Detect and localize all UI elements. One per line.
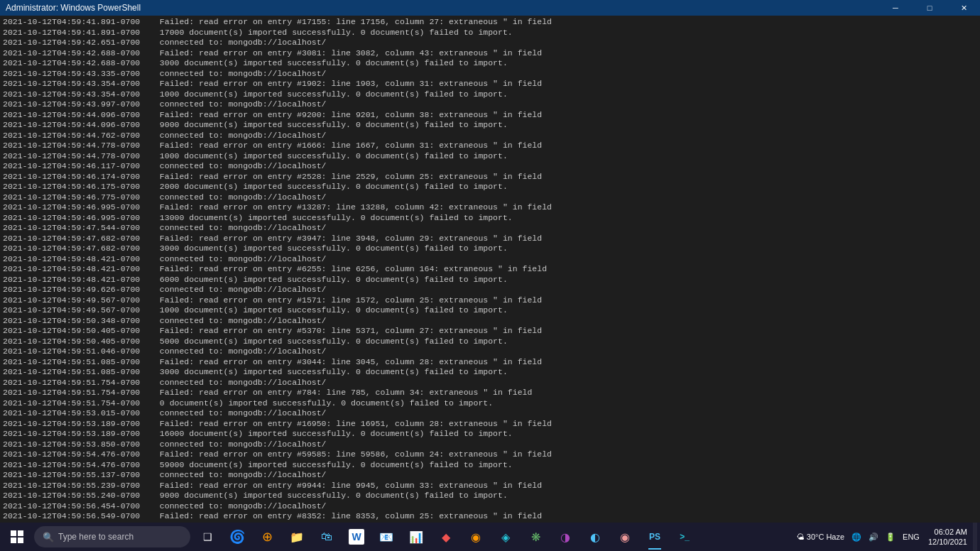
taskbar-powershell[interactable]: PS [641, 523, 669, 551]
taskbar-edge[interactable]: 🌀 [223, 523, 251, 551]
search-placeholder-text: Type here to search [58, 532, 134, 542]
app6-icon: ◐ [587, 529, 603, 545]
title-bar: Administrator: Windows PowerShell ─ □ ✕ [0, 0, 980, 16]
console-line: 2021-10-12T04:59:50.405-0700 Failed: rea… [3, 326, 977, 337]
console-line: 2021-10-12T04:59:43.997-0700 connected t… [3, 99, 977, 110]
store-icon: 🛍 [319, 529, 334, 545]
close-button[interactable]: ✕ [947, 0, 980, 16]
taskbar-app4[interactable]: ❋ [521, 523, 550, 551]
app5-icon: ◑ [557, 529, 573, 545]
console-line: 2021-10-12T04:59:55.137-0700 connected t… [3, 470, 977, 481]
taskbar-app6[interactable]: ◐ [581, 523, 609, 551]
console-line: 2021-10-12T04:59:43.354-0700 1000 docume… [3, 89, 977, 100]
clock[interactable]: 06:02 AM 12/10/2021 [924, 523, 971, 551]
start-button[interactable] [0, 523, 34, 551]
taskbar-app2[interactable]: ◉ [462, 523, 490, 551]
weather-icon: 🌤 [797, 533, 805, 541]
excel-icon: 📊 [408, 529, 424, 545]
console-line: 2021-10-12T04:59:44.096-0700 9000 docume… [3, 120, 977, 131]
console-line: 2021-10-12T04:59:49.567-0700 1000 docume… [3, 305, 977, 316]
taskbar-outlook[interactable]: 📧 [372, 523, 401, 551]
console-line: 2021-10-12T04:59:50.348-0700 connected t… [3, 316, 977, 327]
console-line: 2021-10-12T04:59:54.476-0700 Failed: rea… [3, 449, 977, 460]
console-line: 2021-10-12T04:59:51.754-0700 Failed: rea… [3, 388, 977, 398]
console-line: 2021-10-12T04:59:47.544-0700 connected t… [3, 223, 977, 234]
console-line: 2021-10-12T04:59:49.567-0700 Failed: rea… [3, 295, 977, 306]
console-line: 2021-10-12T04:59:50.405-0700 5000 docume… [3, 337, 977, 347]
edge-icon: 🌀 [229, 529, 245, 545]
console-line: 2021-10-12T04:59:48.421-0700 6000 docume… [3, 275, 977, 285]
console-line: 2021-10-12T04:59:48.421-0700 connected t… [3, 254, 977, 265]
taskbar-app1[interactable]: ◆ [432, 523, 460, 551]
taskbar-app3[interactable]: ◈ [491, 523, 520, 551]
console-line: 2021-10-12T04:59:56.454-0700 connected t… [3, 501, 977, 512]
console-output: 2021-10-12T04:59:41.891-0700 Failed: rea… [0, 16, 980, 523]
outlook-icon: 📧 [379, 529, 394, 545]
console-line: 2021-10-12T04:59:53.189-0700 16000 docum… [3, 429, 977, 440]
console-line: 2021-10-12T04:59:47.682-0700 3000 docume… [3, 244, 977, 254]
app7-icon: ◉ [617, 529, 633, 545]
clock-time: 06:02 AM [935, 528, 967, 536]
app4-icon: ❋ [528, 529, 543, 545]
console-line: 2021-10-12T04:59:46.995-0700 Failed: rea… [3, 202, 977, 213]
console-line: 2021-10-12T04:59:42.651-0700 connected t… [3, 38, 977, 48]
console-line: 2021-10-12T04:59:47.682-0700 Failed: rea… [3, 234, 977, 244]
console-line: 2021-10-12T04:59:44.778-0700 Failed: rea… [3, 141, 977, 151]
weather-tray[interactable]: 🌤 30°C Haze [794, 523, 847, 551]
app2-icon: ◉ [468, 529, 484, 545]
console-line: 2021-10-12T04:59:42.688-0700 Failed: rea… [3, 48, 977, 59]
console-line: 2021-10-12T04:59:53.850-0700 connected t… [3, 440, 977, 450]
taskbar-word[interactable]: W [342, 523, 371, 551]
console-line: 2021-10-12T04:59:48.421-0700 Failed: rea… [3, 264, 977, 275]
lang-tray[interactable]: ENG [900, 523, 922, 551]
network-tray[interactable]: 🌐 [849, 523, 864, 551]
network-icon: 🌐 [851, 533, 861, 542]
minimize-button[interactable]: ─ [879, 0, 912, 16]
console-line: 2021-10-12T04:59:51.085-0700 Failed: rea… [3, 357, 977, 368]
app3-icon: ◈ [498, 529, 513, 545]
powershell-icon: PS [647, 529, 663, 545]
console-line: 2021-10-12T04:59:41.891-0700 17000 docum… [3, 28, 977, 38]
app1-icon: ◆ [438, 529, 454, 545]
show-desktop-button[interactable] [973, 523, 977, 551]
weather-text: 30°C Haze [807, 533, 844, 541]
word-icon: W [349, 529, 364, 545]
battery-icon: 🔋 [886, 533, 895, 542]
battery-tray[interactable]: 🔋 [883, 523, 898, 551]
console-line: 2021-10-12T04:59:46.775-0700 connected t… [3, 192, 977, 203]
console-line: 2021-10-12T04:59:51.046-0700 connected t… [3, 347, 977, 357]
console-line: 2021-10-12T04:59:41.891-0700 Failed: rea… [3, 17, 977, 28]
windows-icon [11, 530, 23, 543]
taskbar-chrome[interactable]: ⊕ [253, 523, 281, 551]
console-line: 2021-10-12T04:59:46.995-0700 13000 docum… [3, 213, 977, 224]
taskbar-search-bar[interactable]: 🔍 Type here to search [34, 526, 190, 547]
file-explorer-icon: 📁 [289, 529, 305, 545]
taskbar-app7[interactable]: ◉ [611, 523, 639, 551]
taskbar-file-explorer[interactable]: 📁 [283, 523, 311, 551]
taskbar-task-view[interactable]: ❑ [193, 523, 222, 551]
console-line: 2021-10-12T04:59:46.117-0700 connected t… [3, 161, 977, 172]
title-bar-controls: ─ □ ✕ [879, 0, 980, 16]
volume-tray[interactable]: 🔊 [866, 523, 881, 551]
taskbar-terminal[interactable]: >_ [670, 523, 699, 551]
console-line: 2021-10-12T04:59:43.335-0700 connected t… [3, 69, 977, 80]
taskbar-app5[interactable]: ◑ [551, 523, 579, 551]
console-line: 2021-10-12T04:59:44.778-0700 1000 docume… [3, 151, 977, 162]
console-line: 2021-10-12T04:59:56.549-0700 Failed: rea… [3, 511, 977, 522]
chrome-icon: ⊕ [259, 529, 275, 545]
taskbar-excel[interactable]: 📊 [402, 523, 430, 551]
taskbar-store[interactable]: 🛍 [312, 523, 341, 551]
console-line: 2021-10-12T04:59:43.354-0700 Failed: rea… [3, 79, 977, 89]
title-bar-text: Administrator: Windows PowerShell [6, 3, 974, 13]
maximize-button[interactable]: □ [913, 0, 946, 16]
console-line: 2021-10-12T04:59:54.476-0700 59000 docum… [3, 460, 977, 471]
clock-date: 12/10/2021 [928, 538, 967, 546]
console-line: 2021-10-12T04:59:42.688-0700 3000 docume… [3, 58, 977, 69]
taskbar-items: ❑ 🌀 ⊕ 📁 🛍 W 📧 📊 ◆ ◉ ◈ [193, 523, 794, 551]
lang-text: ENG [903, 533, 920, 541]
volume-icon: 🔊 [869, 533, 878, 542]
console-line: 2021-10-12T04:59:51.085-0700 3000 docume… [3, 367, 977, 378]
console-line: 2021-10-12T04:59:51.754-0700 0 document(… [3, 398, 977, 409]
console-line: 2021-10-12T04:59:55.240-0700 9000 docume… [3, 491, 977, 501]
console-line: 2021-10-12T04:59:49.626-0700 connected t… [3, 285, 977, 295]
